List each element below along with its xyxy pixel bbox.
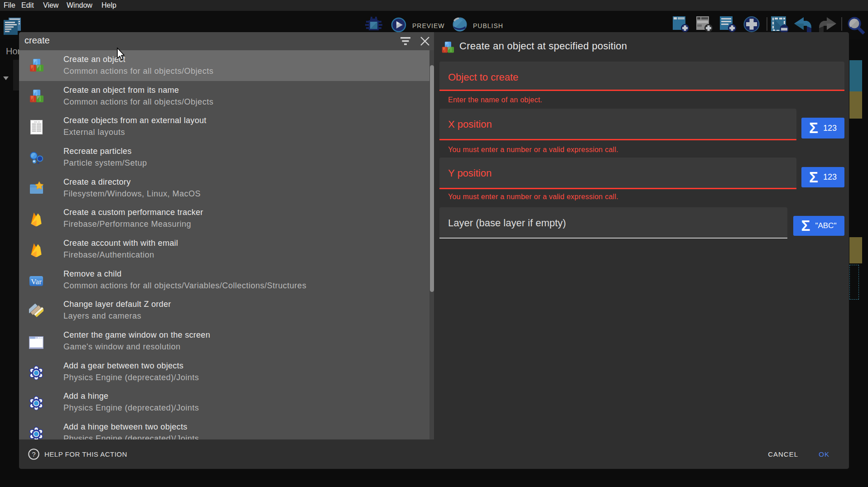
svg-text:?: ? — [32, 450, 35, 458]
